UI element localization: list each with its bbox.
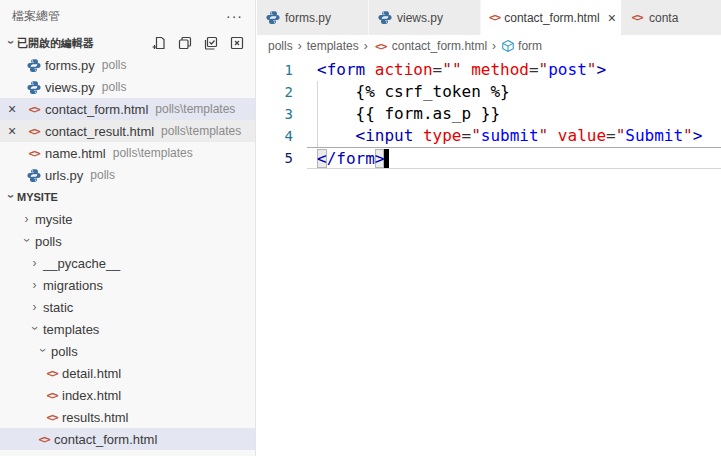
tree-folder-item[interactable]: ›polls <box>0 340 255 362</box>
close-all-editors-icon[interactable] <box>229 35 245 51</box>
code-line[interactable]: 1<form action="" method="post"> <box>257 59 721 81</box>
open-editor-item[interactable]: <> name.html polls\templates <box>0 142 255 164</box>
chevron-down-icon[interactable]: › <box>4 36 18 49</box>
chevron-right-icon[interactable]: › <box>20 212 33 226</box>
code-editor[interactable]: 1<form action="" method="post">2 {% csrf… <box>257 57 721 169</box>
code-token: method <box>471 60 529 79</box>
html-file-icon: <> <box>44 411 60 424</box>
open-editor-item[interactable]: forms.py polls <box>0 54 255 76</box>
tree-item-label: migrations <box>43 278 103 293</box>
open-editor-item[interactable]: urls.py polls <box>0 164 255 186</box>
chevron-down-icon[interactable]: › <box>20 234 34 247</box>
tree-folder-item[interactable]: ›migrations <box>0 274 255 296</box>
line-number: 5 <box>257 147 307 169</box>
file-name: forms.py <box>45 58 95 73</box>
breadcrumb-item[interactable]: templates <box>307 39 359 53</box>
editor-tab[interactable]: views.py <box>369 0 481 35</box>
code-token <box>317 126 356 145</box>
code-token: value <box>558 126 606 145</box>
code-token: > <box>596 60 606 79</box>
code-line-content[interactable]: <input type="submit" value="Submit"> <box>307 125 721 147</box>
code-line[interactable]: 5</form> <box>257 147 721 169</box>
code-token: = <box>529 60 539 79</box>
code-line-content[interactable]: {% csrf_token %} <box>307 81 721 103</box>
code-line[interactable]: 2 {% csrf_token %} <box>257 81 721 103</box>
tree-file-item[interactable]: <>results.html <box>0 406 255 428</box>
chevron-down-icon[interactable]: › <box>28 322 42 335</box>
code-token: > <box>693 126 703 145</box>
code-line[interactable]: 3 {{ form.as_p }} <box>257 103 721 125</box>
chevron-down-icon[interactable]: › <box>4 190 18 203</box>
toggle-layout-icon[interactable] <box>177 35 193 51</box>
breadcrumb-separator: › <box>492 39 496 53</box>
breadcrumb-separator: › <box>364 39 368 53</box>
explorer-title-bar: 檔案總管 ··· <box>0 0 255 32</box>
code-token: Submit <box>625 126 683 145</box>
file-path: polls <box>90 168 115 182</box>
code-token: " <box>539 126 549 145</box>
python-icon <box>265 10 281 25</box>
code-token: <input <box>356 126 414 145</box>
code-line-content[interactable]: <form action="" method="post"> <box>307 59 721 81</box>
file-name: name.html <box>45 146 106 161</box>
editor-tab[interactable]: forms.py <box>257 0 369 35</box>
tree-item-label: contact_form.html <box>54 432 157 447</box>
file-tree: ›mysite›polls›__pycache__›migrations›sta… <box>0 208 255 450</box>
tree-file-item[interactable]: <>detail.html <box>0 362 255 384</box>
explorer-sidebar: 檔案總管 ··· › 已開啟的編輯器 forms.py polls views.… <box>0 0 256 456</box>
html-file-icon: <> <box>489 11 500 24</box>
save-all-icon[interactable] <box>203 35 219 51</box>
tree-file-item[interactable]: <>contact_form.html <box>0 428 255 450</box>
tree-folder-item[interactable]: ›mysite <box>0 208 255 230</box>
open-editor-item[interactable]: × <> contact_result.html polls\templates <box>0 120 255 142</box>
python-icon <box>377 10 393 25</box>
workspace-header[interactable]: › MYSITE <box>0 186 255 208</box>
html-file-icon: <> <box>36 433 52 446</box>
breadcrumb-separator: › <box>298 39 302 53</box>
file-path: polls\templates <box>113 146 193 160</box>
close-editor-icon[interactable]: × <box>8 98 26 120</box>
tab-close-icon[interactable]: × <box>608 10 616 26</box>
code-token <box>462 60 472 79</box>
explorer-title: 檔案總管 <box>12 8 226 25</box>
chevron-right-icon[interactable]: › <box>28 278 41 292</box>
chevron-down-icon[interactable]: › <box>36 344 50 357</box>
editor-tab[interactable]: <> contact_form.html × <box>481 0 621 35</box>
more-actions-icon[interactable]: ··· <box>226 8 243 24</box>
chevron-right-icon[interactable]: › <box>28 256 41 270</box>
tree-folder-item[interactable]: ›polls <box>0 230 255 252</box>
code-token: type <box>423 126 462 145</box>
line-number: 1 <box>257 59 307 81</box>
code-line-content[interactable]: </form> <box>307 147 721 169</box>
code-line-content[interactable]: {{ form.as_p }} <box>307 103 721 125</box>
file-path: polls <box>102 58 127 72</box>
breadcrumb: polls›templates›<>contact_form.html›form <box>257 35 721 57</box>
breadcrumb-label: form <box>518 39 542 53</box>
python-icon <box>26 168 42 183</box>
breadcrumb-item[interactable]: form <box>501 39 542 53</box>
html-file-icon: <> <box>26 103 42 116</box>
line-number: 3 <box>257 103 307 125</box>
file-name: contact_result.html <box>45 124 154 139</box>
open-editor-item[interactable]: views.py polls <box>0 76 255 98</box>
editor-tab[interactable]: <> conta <box>621 0 721 35</box>
code-line[interactable]: 4 <input type="submit" value="Submit"> <box>257 125 721 147</box>
tab-label: forms.py <box>285 11 331 25</box>
code-token: " <box>616 126 626 145</box>
tree-folder-item[interactable]: ›static <box>0 296 255 318</box>
breadcrumb-item[interactable]: polls <box>268 39 293 53</box>
tree-folder-item[interactable]: ›__pycache__ <box>0 252 255 274</box>
open-editors-header[interactable]: › 已開啟的編輯器 <box>0 32 255 54</box>
tree-file-item[interactable]: <>index.html <box>0 384 255 406</box>
python-icon <box>26 58 42 73</box>
breadcrumb-item[interactable]: <>contact_form.html <box>373 39 487 53</box>
close-editor-icon[interactable]: × <box>8 120 26 142</box>
file-path: polls\templates <box>161 124 241 138</box>
open-editor-item[interactable]: × <> contact_form.html polls\templates <box>0 98 255 120</box>
code-token: < <box>317 149 327 168</box>
chevron-right-icon[interactable]: › <box>28 300 41 314</box>
new-file-icon[interactable] <box>151 35 167 51</box>
breadcrumb-label: polls <box>268 39 293 53</box>
code-token: post <box>548 60 587 79</box>
tree-folder-item[interactable]: ›templates <box>0 318 255 340</box>
